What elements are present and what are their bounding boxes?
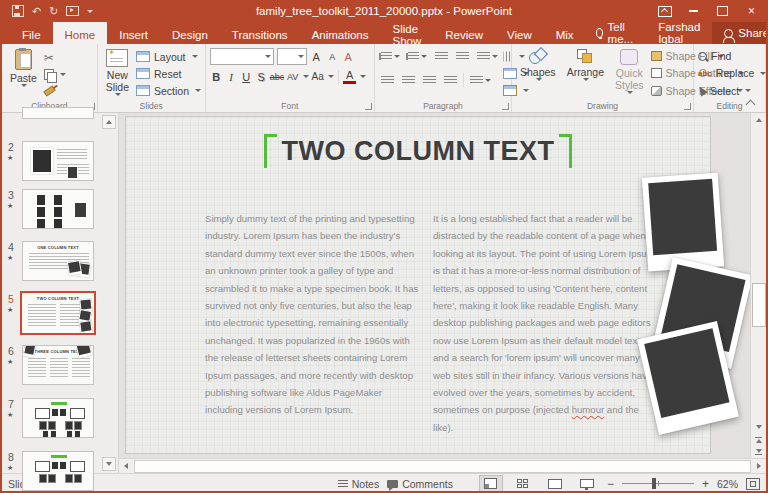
select-button[interactable]: Select bbox=[698, 83, 766, 99]
quick-styles-button[interactable]: Quick Styles bbox=[611, 48, 648, 99]
slide-thumbnail[interactable]: ONE COLUMN TEXT bbox=[22, 241, 94, 281]
slide-show-button[interactable] bbox=[575, 475, 599, 492]
ribbon-display-options-button[interactable] bbox=[650, 0, 679, 22]
text-shadow-button[interactable]: S bbox=[255, 69, 268, 84]
account-name[interactable]: Farshad Iqbal bbox=[646, 22, 712, 44]
slide-sorter-view-button[interactable] bbox=[511, 475, 535, 492]
line-spacing-button[interactable] bbox=[475, 48, 500, 64]
tab-file[interactable]: File bbox=[10, 22, 53, 44]
section-button[interactable]: Section bbox=[136, 82, 201, 99]
thumbnail-scroll-up-button[interactable] bbox=[102, 115, 116, 129]
zoom-out-button[interactable]: − bbox=[607, 477, 614, 491]
justify-button[interactable] bbox=[442, 72, 459, 88]
columns-button[interactable] bbox=[468, 72, 493, 88]
increase-indent-button[interactable] bbox=[454, 48, 471, 64]
align-right-button[interactable] bbox=[421, 72, 438, 88]
horizontal-scroll-track[interactable] bbox=[134, 460, 751, 473]
undo-icon[interactable]: ↶ bbox=[32, 5, 41, 18]
notes-button[interactable]: Notes bbox=[338, 478, 379, 490]
clear-formatting-button[interactable]: A bbox=[342, 49, 355, 64]
slide-title-placeholder[interactable]: TWO COLUMN TEXT bbox=[126, 134, 710, 168]
change-case-button[interactable]: Aa bbox=[311, 69, 324, 84]
horizontal-scrollbar[interactable] bbox=[119, 458, 766, 473]
right-text-column[interactable]: It is a long established fact that a rea… bbox=[433, 210, 655, 436]
arrange-button[interactable]: Arrange bbox=[563, 48, 608, 99]
slide-thumbnail[interactable] bbox=[22, 141, 94, 181]
vertical-scroll-thumb[interactable] bbox=[752, 283, 766, 327]
reading-view-button[interactable] bbox=[543, 475, 567, 492]
cut-button[interactable]: ✂ bbox=[44, 50, 66, 66]
tab-animations[interactable]: Animations bbox=[300, 22, 381, 44]
bullets-button[interactable] bbox=[379, 48, 402, 64]
drawing-dialog-launcher-icon[interactable] bbox=[684, 103, 691, 110]
zoom-in-button[interactable]: + bbox=[702, 477, 709, 491]
zoom-level[interactable]: 62% bbox=[717, 478, 738, 490]
font-name-combobox[interactable] bbox=[210, 48, 274, 65]
decrease-font-size-button[interactable]: A bbox=[326, 49, 339, 64]
copy-button[interactable] bbox=[44, 67, 66, 83]
left-text-column[interactable]: Simply dummy text of the printing and ty… bbox=[205, 210, 422, 419]
underline-button[interactable]: U bbox=[240, 69, 253, 84]
new-slide-button[interactable]: ✦ New Slide bbox=[102, 48, 133, 99]
thumbnail-slide-1-partial[interactable] bbox=[22, 107, 94, 119]
align-center-button[interactable] bbox=[400, 72, 417, 88]
numbering-button[interactable] bbox=[406, 48, 429, 64]
vertical-scrollbar[interactable] bbox=[750, 113, 766, 458]
bold-button[interactable]: B bbox=[210, 69, 223, 84]
maximize-button[interactable] bbox=[708, 0, 737, 22]
tab-home[interactable]: Home bbox=[53, 22, 108, 44]
previous-slide-button[interactable] bbox=[751, 434, 766, 446]
character-spacing-button[interactable]: AV bbox=[286, 69, 299, 84]
slide-thumbnail[interactable]: TWO COLUMN TEXT bbox=[20, 291, 96, 335]
paragraph-dialog-launcher-icon[interactable] bbox=[502, 103, 509, 110]
thumbnail-scroll-down-button[interactable] bbox=[102, 457, 116, 471]
scroll-up-button[interactable] bbox=[751, 113, 766, 127]
slide-thumbnail[interactable]: THREE COLUMN TEXT bbox=[22, 345, 94, 385]
font-color-button[interactable]: A bbox=[343, 69, 356, 84]
minimize-button[interactable] bbox=[679, 0, 708, 22]
polaroid-photo-1[interactable] bbox=[642, 172, 724, 271]
slide-5[interactable]: TWO COLUMN TEXT Simply dummy text of the… bbox=[125, 116, 711, 454]
normal-view-button[interactable] bbox=[479, 475, 503, 492]
start-slideshow-icon[interactable] bbox=[66, 6, 79, 16]
font-size-combobox[interactable] bbox=[277, 48, 307, 65]
slide-thumbnail[interactable] bbox=[22, 398, 94, 438]
tab-mix[interactable]: Mix bbox=[544, 22, 586, 44]
tab-transitions[interactable]: Transitions bbox=[220, 22, 300, 44]
save-icon[interactable] bbox=[12, 5, 24, 17]
font-dialog-launcher-icon[interactable] bbox=[365, 103, 372, 110]
zoom-slider-thumb[interactable] bbox=[652, 478, 656, 489]
tab-slide-show[interactable]: Slide Show bbox=[381, 22, 434, 44]
tab-design[interactable]: Design bbox=[160, 22, 220, 44]
strikethrough-button[interactable]: abc bbox=[270, 69, 285, 84]
paste-button[interactable]: Paste bbox=[6, 48, 41, 99]
tell-me-box[interactable]: Tell me... bbox=[586, 22, 647, 44]
decrease-indent-button[interactable] bbox=[433, 48, 450, 64]
increase-font-size-button[interactable]: A bbox=[310, 49, 323, 64]
italic-button[interactable]: I bbox=[225, 69, 238, 84]
slide-title-text[interactable]: TWO COLUMN TEXT bbox=[282, 134, 555, 168]
reset-button[interactable]: Reset bbox=[136, 65, 201, 82]
shapes-button[interactable]: Shapes bbox=[516, 48, 560, 99]
customize-qat-icon[interactable] bbox=[87, 10, 93, 13]
tab-review[interactable]: Review bbox=[433, 22, 495, 44]
slide-thumbnail[interactable] bbox=[22, 189, 94, 229]
align-left-button[interactable] bbox=[379, 72, 396, 88]
replace-button[interactable]: abcReplace bbox=[698, 65, 766, 81]
layout-button[interactable]: Layout bbox=[136, 48, 201, 65]
zoom-slider[interactable] bbox=[622, 483, 694, 485]
fit-slide-to-window-button[interactable] bbox=[746, 478, 760, 490]
comments-button[interactable]: Comments bbox=[387, 478, 453, 490]
scroll-left-button[interactable] bbox=[119, 460, 133, 473]
find-button[interactable]: Find bbox=[698, 48, 766, 64]
redo-icon[interactable]: ↻ bbox=[49, 5, 58, 18]
close-button[interactable]: × bbox=[737, 0, 766, 22]
scroll-down-button[interactable] bbox=[751, 420, 766, 434]
tab-view[interactable]: View bbox=[495, 22, 544, 44]
slide-canvas[interactable]: TWO COLUMN TEXT Simply dummy text of the… bbox=[119, 113, 750, 458]
share-button[interactable]: Share bbox=[712, 22, 768, 44]
tab-insert[interactable]: Insert bbox=[107, 22, 160, 44]
scroll-right-button[interactable] bbox=[752, 460, 766, 473]
next-slide-button[interactable] bbox=[751, 446, 766, 458]
format-painter-button[interactable] bbox=[44, 83, 66, 99]
